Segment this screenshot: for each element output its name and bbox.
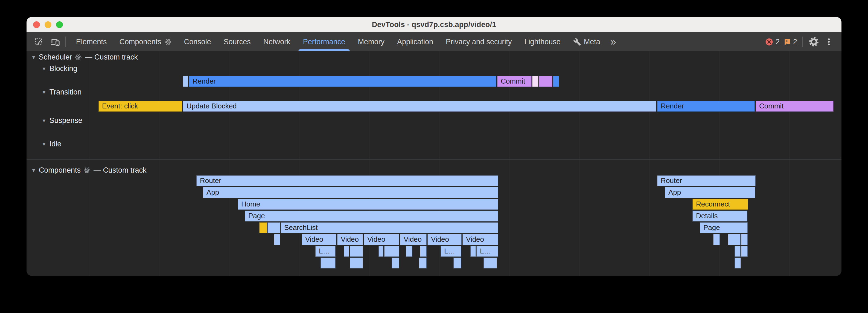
flame-bar[interactable] <box>392 257 399 269</box>
tab-memory[interactable]: Memory <box>351 32 391 51</box>
track-suffix: — Custom track <box>85 53 138 62</box>
tab-label: Sources <box>224 38 251 46</box>
flame-bar-render[interactable]: Render <box>657 101 755 112</box>
flame-bar-commit[interactable]: Commit <box>755 101 834 112</box>
flame-bar-commit[interactable]: Commit <box>497 76 532 87</box>
tab-lighthouse[interactable]: Lighthouse <box>518 32 567 51</box>
flame-bar[interactable] <box>741 246 748 257</box>
flame-bar-video[interactable]: Video <box>364 234 399 245</box>
flame-bar[interactable] <box>539 76 552 87</box>
settings-gear-icon[interactable] <box>808 34 820 49</box>
lane-name: Transition <box>50 88 82 96</box>
flame-bar[interactable] <box>741 234 748 245</box>
flame-bar[interactable] <box>470 246 476 257</box>
tab-sources[interactable]: Sources <box>217 32 257 51</box>
device-toolbar-icon[interactable] <box>48 34 62 49</box>
flame-bar[interactable] <box>735 257 741 269</box>
flame-bar-router[interactable]: Router <box>657 175 755 186</box>
tab-privacy-and-security[interactable]: Privacy and security <box>439 32 518 51</box>
flame-bar-page[interactable]: Page <box>700 222 748 233</box>
flame-bar-l-[interactable]: L… <box>476 246 498 257</box>
gridline <box>649 51 650 276</box>
devtools-toolbar: ElementsComponents ConsoleSourcesNetwork… <box>27 32 841 51</box>
flame-bar-update-blocked[interactable]: Update Blocked <box>183 101 656 112</box>
react-atom-icon <box>84 167 91 174</box>
lane-label-suspense[interactable]: ▼Suspense <box>41 116 82 125</box>
flame-bar[interactable] <box>735 246 741 257</box>
track-suffix: — Custom track <box>94 166 147 175</box>
window-title: DevTools - qsvd7p.csb.app/video/1 <box>372 21 496 29</box>
flame-bar[interactable] <box>419 257 427 269</box>
flame-bar-video[interactable]: Video <box>400 234 427 245</box>
lane-name: Suspense <box>50 116 82 125</box>
flame-bar[interactable] <box>350 246 363 257</box>
flame-bar[interactable] <box>259 222 267 233</box>
track-header-components[interactable]: ▼Components — Custom track <box>31 166 146 175</box>
tab-network[interactable]: Network <box>257 32 297 51</box>
tab-performance[interactable]: Performance <box>297 32 352 51</box>
flame-bar-app[interactable]: App <box>665 187 755 198</box>
collapse-triangle-icon[interactable]: ▼ <box>41 141 46 147</box>
flame-bar[interactable] <box>406 246 412 257</box>
flame-bar-video[interactable]: Video <box>428 234 462 245</box>
close-traffic-light[interactable] <box>33 21 40 28</box>
flame-bar[interactable] <box>268 222 280 233</box>
collapse-triangle-icon[interactable]: ▼ <box>41 66 46 72</box>
flame-bar[interactable] <box>378 246 383 257</box>
performance-flame-chart: ▼Scheduler — Custom track▼Blocking▼Trans… <box>27 51 841 276</box>
flame-bar[interactable] <box>384 246 399 257</box>
flame-bar-l-[interactable]: L… <box>315 246 336 257</box>
tab-label: Meta <box>584 38 600 46</box>
error-badge[interactable] <box>765 38 773 46</box>
flame-bar-render[interactable]: Render <box>189 76 496 87</box>
tab-console[interactable]: Console <box>178 32 217 51</box>
kebab-menu-icon[interactable] <box>824 34 834 49</box>
flame-bar[interactable] <box>553 76 559 87</box>
inspect-icon[interactable] <box>32 34 46 49</box>
track-name: Components <box>39 166 81 175</box>
flame-bar-home[interactable]: Home <box>238 199 498 210</box>
lane-name: Blocking <box>50 65 78 73</box>
flame-bar-l-[interactable]: L… <box>440 246 461 257</box>
tab-label: Memory <box>358 38 384 46</box>
flame-bar-event-click[interactable]: Event: click <box>98 101 182 112</box>
track-header-scheduler[interactable]: ▼Scheduler — Custom track <box>31 53 138 62</box>
flame-bar[interactable] <box>532 76 538 87</box>
collapse-triangle-icon[interactable]: ▼ <box>41 118 46 124</box>
flame-bar[interactable] <box>454 257 461 269</box>
flame-bar[interactable] <box>420 246 427 257</box>
lane-label-idle[interactable]: ▼Idle <box>41 140 61 148</box>
flame-bar-router[interactable]: Router <box>196 175 498 186</box>
flame-bar[interactable] <box>274 234 280 245</box>
tab-meta[interactable]: Meta <box>567 32 607 51</box>
warning-badge[interactable] <box>783 38 791 46</box>
lane-label-blocking[interactable]: ▼Blocking <box>41 65 78 73</box>
flame-bar-video[interactable]: Video <box>462 234 498 245</box>
tab-application[interactable]: Application <box>391 32 439 51</box>
flame-bar[interactable] <box>728 234 741 245</box>
minimize-traffic-light[interactable] <box>44 21 52 28</box>
flame-bar[interactable] <box>350 257 363 269</box>
zoom-traffic-light[interactable] <box>56 21 63 28</box>
collapse-triangle-icon[interactable]: ▼ <box>31 55 36 60</box>
flame-bar-video[interactable]: Video <box>302 234 336 245</box>
flame-bar[interactable] <box>484 257 497 269</box>
flame-bar-video[interactable]: Video <box>337 234 363 245</box>
flame-bar-searchlist[interactable]: SearchList <box>281 222 498 233</box>
react-atom-icon <box>164 38 172 46</box>
flame-bar[interactable] <box>344 246 349 257</box>
panel-tabs: ElementsComponents ConsoleSourcesNetwork… <box>70 32 620 51</box>
flame-bar[interactable] <box>713 234 720 245</box>
collapse-triangle-icon[interactable]: ▼ <box>41 90 46 95</box>
flame-bar-reconnect[interactable]: Reconnect <box>692 199 748 210</box>
collapse-triangle-icon[interactable]: ▼ <box>31 168 36 173</box>
more-tabs-chevron-icon[interactable]: » <box>607 32 620 51</box>
tab-elements[interactable]: Elements <box>70 32 113 51</box>
tab-components[interactable]: Components <box>113 32 178 51</box>
flame-bar[interactable] <box>320 257 336 269</box>
flame-bar-details[interactable]: Details <box>692 211 747 221</box>
flame-bar-app[interactable]: App <box>203 187 498 198</box>
lane-label-transition[interactable]: ▼Transition <box>41 88 82 96</box>
flame-bar-page[interactable]: Page <box>245 211 498 221</box>
flame-bar[interactable] <box>183 76 188 87</box>
